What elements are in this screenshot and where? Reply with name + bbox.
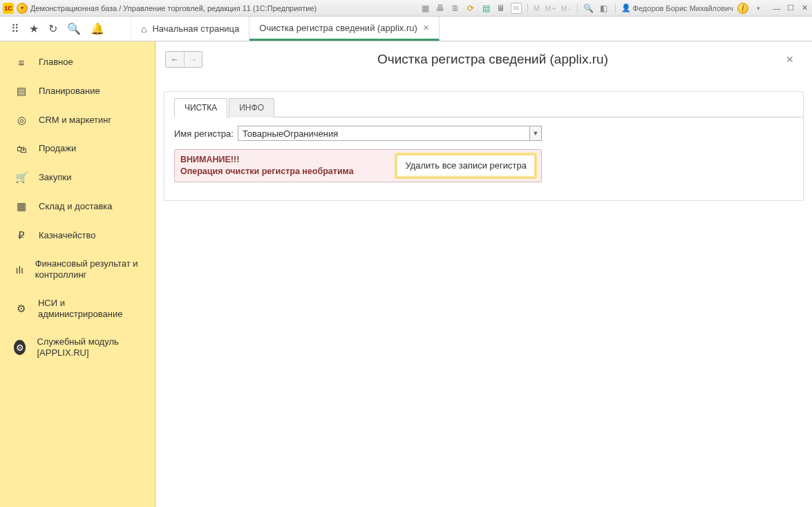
user-icon: 👤 <box>621 3 631 12</box>
sidebar-item-treasury[interactable]: ₽ Казначейство <box>0 221 155 250</box>
tab-close-icon[interactable]: ✕ <box>423 23 429 32</box>
tab-home[interactable]: ⌂ Начальная страница <box>131 17 249 41</box>
register-dropdown-button[interactable]: ▼ <box>529 126 542 141</box>
favorite-star-icon[interactable]: ★ <box>29 22 39 35</box>
sidebar-item-purchases[interactable]: 🛒 Закупки <box>0 163 155 192</box>
sidebar-item-label: Финансовый результат и контроллинг <box>35 258 145 281</box>
sidebar-item-finance[interactable]: ılı Финансовый результат и контроллинг <box>0 250 155 289</box>
gear-dark-icon: ⚙ <box>14 340 26 355</box>
user-name: Федоров Борис Михайлович <box>633 4 733 12</box>
chart-icon: ılı <box>15 264 24 276</box>
bag-icon: 🛍 <box>15 143 28 155</box>
titlebar: 1С ▾ Демонстрационная база / Управление … <box>0 0 812 17</box>
warning-line2: Операция очистки регистра необратима <box>180 166 354 176</box>
sidebar-item-planning[interactable]: ▤ Планирование <box>0 77 155 106</box>
app-logo-icon: 1С <box>3 3 14 14</box>
page-title: Очистка регистра сведений (applix.ru) <box>202 52 783 67</box>
ruble-icon: ₽ <box>15 229 28 242</box>
sidebar-item-warehouse[interactable]: ▦ Склад и доставка <box>0 192 155 221</box>
tab-active-label: Очистка регистра сведений (applix.ru) <box>259 23 417 33</box>
panel-icon[interactable]: ◧ <box>598 3 610 14</box>
current-user[interactable]: 👤 Федоров Борис Михайлович <box>621 3 733 12</box>
calendar-icon[interactable]: 31 <box>511 3 522 14</box>
apps-grid-icon[interactable]: ⠿ <box>11 22 19 35</box>
cart-icon: 🛒 <box>15 171 28 184</box>
maximize-button[interactable]: ☐ <box>786 3 795 13</box>
minimize-button[interactable]: — <box>772 3 782 13</box>
sidebar: ≡ Главное ▤ Планирование ◎ CRM и маркети… <box>0 41 155 507</box>
register-name-input[interactable] <box>238 126 529 141</box>
nav-buttons: ← → <box>165 51 202 68</box>
sidebar-item-label: Продажи <box>39 143 76 154</box>
mem-m[interactable]: M <box>534 4 540 12</box>
inner-tab-clean[interactable]: ЧИСТКА <box>174 98 227 117</box>
tabbar: ⠿ ★ ↻ 🔍 🔔 ⌂ Начальная страница Очистка р… <box>0 17 812 41</box>
sidebar-item-label: Главное <box>39 57 73 68</box>
gear-icon: ⚙ <box>15 303 27 315</box>
warehouse-icon: ▦ <box>15 200 28 213</box>
history-icon[interactable]: ↻ <box>48 22 57 35</box>
sidebar-item-label: Закупки <box>39 172 71 183</box>
sidebar-item-label: Казначейство <box>39 230 95 241</box>
inner-tab-info[interactable]: ИНФО <box>229 98 274 117</box>
inner-tabs: ЧИСТКА ИНФО <box>174 97 803 117</box>
close-page-button[interactable]: ✕ <box>783 52 797 66</box>
mem-mminus[interactable]: M- <box>561 4 572 12</box>
reload-icon[interactable]: ⟳ <box>465 3 476 14</box>
warning-line1: ВНИМАНИЕ!!! <box>180 155 239 164</box>
sidebar-item-admin[interactable]: ⚙ НСИ и администрирование <box>0 289 155 329</box>
menu-icon: ≡ <box>15 57 28 68</box>
notifications-icon[interactable]: 🔔 <box>91 22 104 35</box>
tabbar-tools: ⠿ ★ ↻ 🔍 🔔 <box>0 17 131 41</box>
register-name-label: Имя регистра: <box>174 128 234 139</box>
home-icon: ⌂ <box>141 23 147 35</box>
sidebar-item-label: Планирование <box>39 86 100 97</box>
doc-icon[interactable]: 🗎 <box>450 3 461 14</box>
tab-home-label: Начальная страница <box>152 23 239 34</box>
help-info-button[interactable]: i <box>737 3 748 14</box>
spreadsheet-icon[interactable]: ▤ <box>480 3 491 14</box>
sidebar-item-label: Служебный модуль [APPLIX.RU] <box>37 336 145 359</box>
tab-register-cleanup[interactable]: Очистка регистра сведений (applix.ru) ✕ <box>249 17 440 41</box>
sidebar-item-label: CRM и маркетинг <box>39 115 111 126</box>
warning-panel: ВНИМАНИЕ!!! Операция очистки регистра не… <box>174 149 542 182</box>
mem-mplus[interactable]: M+ <box>545 4 557 12</box>
search-icon[interactable]: 🔍 <box>67 22 81 35</box>
app-title: Демонстрационная база / Управление торго… <box>30 4 317 12</box>
app-menu-dropdown[interactable]: ▾ <box>17 3 28 14</box>
calc-icon[interactable]: 🖩 <box>495 3 507 14</box>
planning-icon: ▤ <box>15 85 28 97</box>
sidebar-item-label: НСИ и администрирование <box>38 298 145 321</box>
sidebar-item-label: Склад и доставка <box>39 201 113 212</box>
grid-icon[interactable]: ▦ <box>419 3 431 14</box>
sidebar-item-sales[interactable]: 🛍 Продажи <box>0 135 155 163</box>
warning-text: ВНИМАНИЕ!!! Операция очистки регистра не… <box>180 154 390 178</box>
nav-forward-button[interactable]: → <box>184 52 202 67</box>
sidebar-item-crm[interactable]: ◎ CRM и маркетинг <box>0 106 155 135</box>
delete-all-records-button[interactable]: Удалить все записи регистра <box>396 154 536 178</box>
nav-back-button[interactable]: ← <box>166 52 184 67</box>
sidebar-item-main[interactable]: ≡ Главное <box>0 48 155 77</box>
print-icon[interactable]: 🖶 <box>435 3 446 14</box>
target-icon: ◎ <box>15 114 28 126</box>
close-window-button[interactable]: ✕ <box>800 3 809 13</box>
help-dropdown-icon[interactable]: ▾ <box>753 3 764 14</box>
zoom-icon[interactable]: 🔍 <box>583 3 594 14</box>
content-area: ← → Очистка регистра сведений (applix.ru… <box>155 41 812 507</box>
sidebar-item-service-module[interactable]: ⚙ Служебный модуль [APPLIX.RU] <box>0 328 155 367</box>
titlebar-toolbar: ▦ 🖶 🗎 ⟳ ▤ 🖩 31 M M+ M- 🔍 ◧ 👤 Федоров Бор… <box>419 3 809 14</box>
